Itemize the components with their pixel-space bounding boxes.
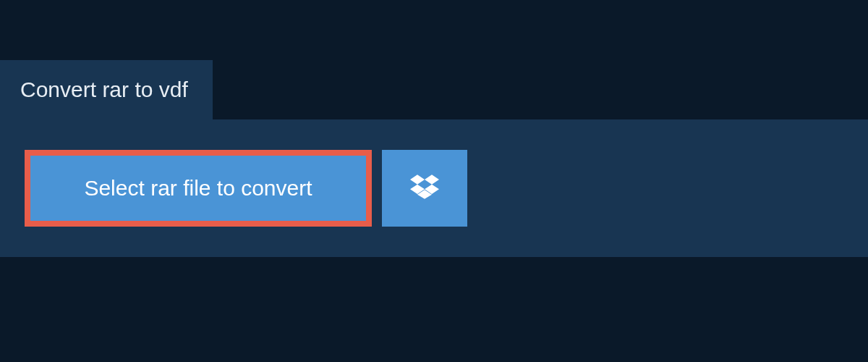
dropbox-icon xyxy=(410,172,439,204)
tab-title: Convert rar to vdf xyxy=(20,77,188,101)
conversion-panel: Select rar file to convert xyxy=(0,119,868,257)
tab-convert[interactable]: Convert rar to vdf xyxy=(0,60,213,119)
dropbox-button[interactable] xyxy=(382,150,467,227)
button-row: Select rar file to convert xyxy=(25,150,843,227)
select-file-button[interactable]: Select rar file to convert xyxy=(25,150,372,227)
select-file-label: Select rar file to convert xyxy=(84,176,312,201)
